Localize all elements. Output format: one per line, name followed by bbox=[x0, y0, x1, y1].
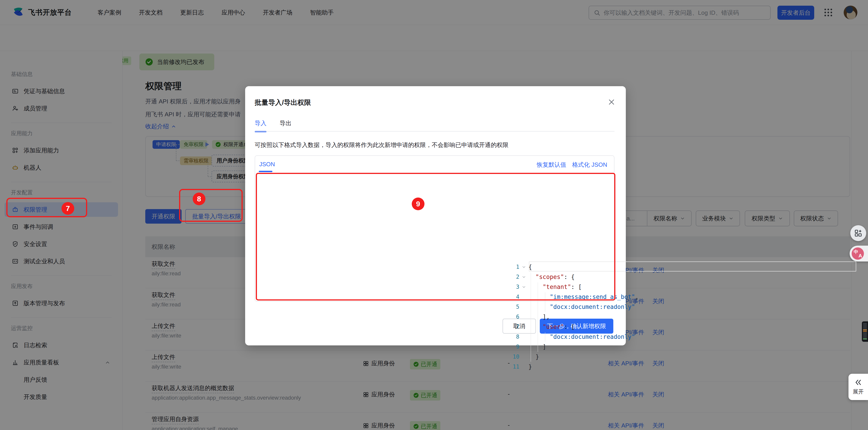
format-json-link[interactable]: 格式化 JSON bbox=[572, 161, 607, 169]
code-line-7[interactable]: 7 "user": [ bbox=[504, 322, 575, 332]
fold-chevron-icon[interactable] bbox=[519, 325, 528, 329]
expand-label: 展开 bbox=[853, 388, 864, 395]
annotation-box-8 bbox=[179, 189, 243, 222]
line-number: 5 bbox=[504, 304, 519, 310]
code-text: ] bbox=[528, 343, 546, 350]
translate-icon: 中A bbox=[851, 247, 864, 260]
code-text: "docx:document:readonly" bbox=[528, 333, 635, 340]
line-number: 6 bbox=[504, 313, 519, 320]
code-text: "user": [ bbox=[528, 323, 575, 330]
line-number: 9 bbox=[504, 343, 519, 350]
annotation-box-9 bbox=[256, 173, 615, 300]
reset-default-link[interactable]: 恢复默认值 bbox=[536, 161, 566, 169]
code-text: ], bbox=[528, 313, 550, 320]
line-number: 7 bbox=[504, 324, 519, 330]
double-chevron-left-icon bbox=[855, 378, 862, 386]
expand-drawer-button[interactable]: 展开 bbox=[848, 374, 868, 400]
line-number: 8 bbox=[504, 334, 519, 340]
annotation-badge-7: 7 bbox=[62, 202, 74, 215]
close-icon[interactable] bbox=[608, 98, 616, 106]
annotation-badge-9: 9 bbox=[412, 198, 425, 210]
code-text: "docx:document:readonly" bbox=[528, 303, 635, 310]
minimized-meter-widget[interactable] bbox=[862, 321, 868, 342]
import-description: 可按照以下格式导入数据，导入的权限将作为此次新增申请的权限，不会影响已申请或开通… bbox=[255, 141, 508, 149]
tabs-divider bbox=[255, 131, 615, 132]
floating-apps-button[interactable] bbox=[850, 225, 866, 241]
line-number: 10 bbox=[504, 354, 519, 360]
code-line-11[interactable]: 11} bbox=[504, 362, 532, 372]
annotation-badge-8: 8 bbox=[193, 193, 206, 205]
annotation-box-7 bbox=[6, 198, 87, 217]
modal-tab-导出[interactable]: 导出 bbox=[280, 119, 291, 132]
code-line-6[interactable]: 6 ], bbox=[504, 312, 550, 322]
code-line-8[interactable]: 8 "docx:document:readonly" bbox=[504, 332, 635, 342]
editor-lang-tab-json[interactable]: JSON bbox=[259, 161, 275, 168]
floating-translate-button[interactable]: 中A bbox=[849, 245, 868, 262]
modal-tabs: 导入导出 bbox=[255, 119, 291, 132]
line-number: 11 bbox=[504, 364, 519, 370]
code-line-5[interactable]: 5 "docx:document:readonly" bbox=[504, 302, 635, 312]
editor-tab-underline bbox=[259, 171, 272, 172]
modal-title: 批量导入/导出权限 bbox=[255, 98, 311, 107]
code-line-9[interactable]: 9 ] bbox=[504, 342, 546, 352]
feishu-open-platform-page: 飞书开放平台 客户案例开发文档更新日志应用中心开发者广场智能助手 你可以输入文档… bbox=[0, 0, 868, 430]
code-text: } bbox=[528, 353, 539, 360]
code-line-10[interactable]: 10 } bbox=[504, 352, 539, 362]
grid-sparkle-icon bbox=[854, 229, 863, 238]
code-text: } bbox=[528, 363, 532, 370]
modal-tab-导入[interactable]: 导入 bbox=[255, 119, 267, 132]
